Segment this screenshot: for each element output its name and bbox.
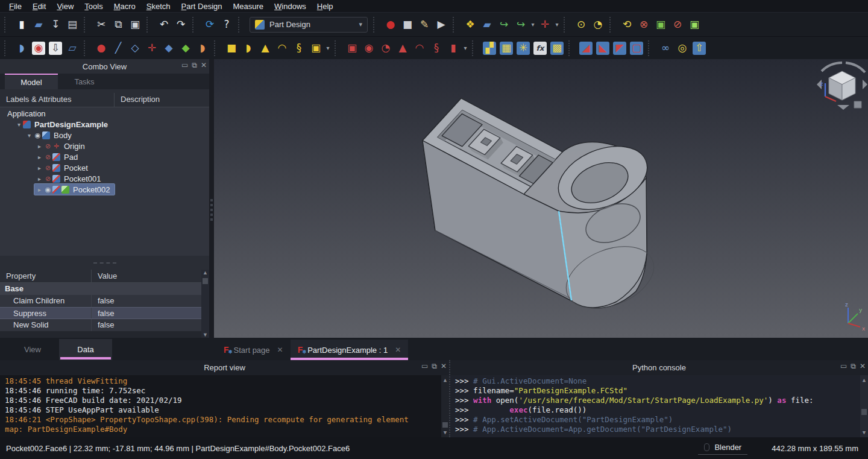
close-icon[interactable]: ✕	[860, 362, 866, 370]
tab-view[interactable]: View	[6, 339, 59, 360]
axis-dropdown-button[interactable]: ▾	[553, 16, 561, 33]
refresh-button[interactable]: ⟳	[201, 16, 218, 33]
additive-loft-button[interactable]: ▲	[257, 40, 274, 57]
tree-item-pocket[interactable]: ▸⊘Pocket	[0, 162, 209, 173]
macro-play-button[interactable]: ▶	[433, 16, 450, 33]
tree-item-pad[interactable]: ▸⊘Pad	[0, 151, 209, 162]
datum-point-button[interactable]: ●	[93, 40, 110, 57]
validate-sketch-button[interactable]: ▱	[64, 40, 81, 57]
scaled-pattern-button[interactable]: ▩	[549, 40, 565, 57]
python-scrollbar[interactable]: ▲▼	[860, 375, 868, 437]
nav-small-cube-icon[interactable]	[854, 101, 861, 108]
linear-pattern-button[interactable]: ▦	[498, 40, 515, 57]
report-scrollbar[interactable]: ▲▼	[441, 375, 449, 437]
toolbar-separator[interactable]	[453, 17, 458, 33]
close-icon[interactable]: ✕	[441, 362, 447, 370]
additive-dropdown-button[interactable]: ▾	[324, 40, 332, 57]
scrollbar-thumb[interactable]	[442, 422, 448, 428]
workbench-selector[interactable]: Part Design▾	[250, 17, 368, 33]
menu-tools[interactable]: Tools	[79, 1, 108, 12]
make-apart-button[interactable]: ❖	[462, 16, 479, 33]
migrate-button[interactable]: ⇧	[691, 40, 708, 57]
toolbar-separator[interactable]	[238, 17, 243, 33]
toolbar-separator[interactable]	[648, 40, 653, 56]
scroll-up-icon[interactable]: ▲	[444, 375, 447, 385]
dock-icon[interactable]: ▭	[181, 61, 188, 69]
scrollbar-thumb[interactable]	[861, 409, 867, 415]
tab-data[interactable]: Data	[59, 339, 112, 360]
copy-button[interactable]: ⧉	[110, 16, 127, 33]
menu-file[interactable]: File	[4, 1, 27, 12]
additive-primitive-button[interactable]: ▣	[307, 40, 324, 57]
revolution-button[interactable]: ◗	[240, 40, 257, 57]
tree-item-origin[interactable]: ▸⊘✛Origin	[0, 141, 209, 151]
boolean-operation-button[interactable]: ∞	[657, 40, 674, 57]
multi-transform-button[interactable]: fx	[532, 40, 549, 57]
boolean-cut-button[interactable]: ◎	[674, 40, 691, 57]
expander-icon[interactable]: ▾	[15, 121, 23, 128]
menu-measure[interactable]: Measure	[228, 1, 269, 12]
scroll-down-icon[interactable]: ▼	[444, 428, 447, 437]
tree-item-application[interactable]: Application	[0, 108, 209, 119]
thickness-button[interactable]: ▢	[628, 40, 645, 57]
make-group-button[interactable]: ▰	[479, 16, 495, 33]
polar-pattern-button[interactable]: ✳	[515, 40, 532, 57]
property-group-base[interactable]: Base	[0, 283, 209, 295]
create-body-button[interactable]: ◗	[13, 40, 30, 57]
tab-model[interactable]: Model	[5, 74, 58, 89]
redo-button[interactable]: ↷	[172, 16, 189, 33]
toolbar-separator[interactable]	[568, 40, 573, 56]
property-value[interactable]: false	[92, 319, 209, 331]
extract-face-button[interactable]: ◗	[194, 40, 211, 57]
close-icon[interactable]: ✕	[395, 346, 401, 354]
make-link-button[interactable]: ↪	[495, 16, 512, 33]
measure-clear-all-button[interactable]: ⊗	[635, 16, 652, 33]
toolbar-separator[interactable]	[146, 17, 151, 33]
macro-record-button[interactable]: ●	[382, 16, 399, 33]
python-console-input[interactable]: >>> # Gui.ActiveDocument=None>>> filenam…	[450, 375, 868, 437]
whats-this-button[interactable]: ?	[218, 16, 235, 33]
report-view-log[interactable]: 18:45:45 thread ViewFitting18:45:46 runn…	[0, 375, 449, 437]
mdi-tab-partdesignexample-1[interactable]: F✱PartDesignExample : 1✕	[291, 340, 409, 360]
new-document-button[interactable]: ▮	[13, 16, 30, 33]
create-sketch-button[interactable]: ◉	[30, 40, 47, 57]
float-icon[interactable]: ⧉	[192, 61, 197, 69]
property-row-new-solid[interactable]: New Solidfalse	[0, 319, 209, 331]
tree-item-body[interactable]: ▾◉Body	[0, 130, 209, 141]
measure-refresh-button[interactable]: ⟲	[618, 16, 635, 33]
toolbar-separator[interactable]	[335, 40, 339, 56]
subtractive-dropdown-button[interactable]: ▾	[462, 40, 469, 57]
scroll-up-icon[interactable]: ▲	[863, 375, 866, 385]
subtractive-primitive-button[interactable]: ▮	[445, 40, 462, 57]
toolbar-separator[interactable]	[4, 40, 9, 56]
make-link-group-button[interactable]: ↪	[512, 16, 529, 33]
tree-item-pocket001[interactable]: ▸⊘Pocket001	[0, 173, 209, 184]
subtractive-helix-button[interactable]: §	[428, 40, 445, 57]
local-coordinate-system-button[interactable]: ✛	[143, 40, 160, 57]
property-value[interactable]: false	[92, 308, 209, 318]
link-dropdown-button[interactable]: ▾	[529, 16, 536, 33]
scroll-down-icon[interactable]: ▼	[863, 428, 866, 437]
draft-button[interactable]: ◤	[611, 40, 628, 57]
additive-helix-button[interactable]: §	[291, 40, 307, 57]
scrollbar-thumb[interactable]	[203, 278, 208, 284]
menu-edit[interactable]: Edit	[27, 1, 51, 12]
cut-button[interactable]: ✂	[93, 16, 110, 33]
shape-binder-button[interactable]: ◆	[160, 40, 177, 57]
mirrored-button[interactable]: ▞	[481, 40, 498, 57]
toolbar-separator[interactable]	[84, 17, 89, 33]
measure-angular-button[interactable]: ◔	[590, 16, 606, 33]
scroll-up-icon[interactable]: ▲	[203, 270, 208, 276]
dock-icon[interactable]: ▭	[421, 362, 428, 370]
expander-icon[interactable]: ▾	[25, 132, 33, 139]
toolbar-separator[interactable]	[564, 17, 568, 33]
macro-edit-button[interactable]: ✎	[416, 16, 433, 33]
groove-button[interactable]: ◔	[377, 40, 394, 57]
float-icon[interactable]: ⧉	[432, 362, 437, 370]
toolbar-separator[interactable]	[214, 40, 219, 56]
paste-button[interactable]: ▣	[127, 16, 143, 33]
mdi-tab-start-page[interactable]: F✱Start page✕	[216, 340, 291, 360]
panel-splitter-handle[interactable]	[210, 199, 213, 223]
measure-toggle-all-button[interactable]: ▣	[652, 16, 669, 33]
undo-button[interactable]: ↶	[156, 16, 172, 33]
